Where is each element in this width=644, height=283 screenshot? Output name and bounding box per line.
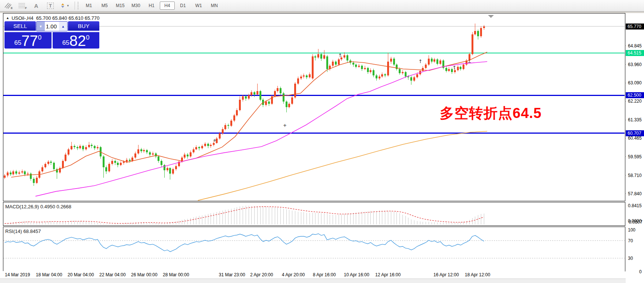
tool-sub-label: E <box>11 6 13 10</box>
mt4-window: E F A T ▼ M1M5M15M30H1H4D1W1MN ++† <box>0 0 644 283</box>
candle-body <box>85 147 87 149</box>
buy-button[interactable]: BUY <box>68 21 99 31</box>
candle-body <box>460 67 461 69</box>
buy-price-big: 82 <box>69 34 86 48</box>
sell-quote[interactable]: 65 77 0 <box>4 32 52 49</box>
candle-body <box>288 104 290 107</box>
candle-body <box>167 168 168 170</box>
candle-body <box>379 77 380 79</box>
candle-body <box>129 160 131 161</box>
candle-body <box>352 63 354 65</box>
price-tick-label: 63.960 <box>628 62 642 68</box>
price-badge: 60.707 <box>626 130 644 136</box>
rsi-axis-label: 30 <box>628 256 633 261</box>
time-label: 28 Mar 00:00 <box>163 272 189 277</box>
tf-button-M30[interactable]: M30 <box>128 1 143 10</box>
candle-body <box>381 74 383 77</box>
tf-button-M15[interactable]: M15 <box>113 1 128 10</box>
candle-body <box>158 156 159 161</box>
tf-button-H1[interactable]: H1 <box>144 1 159 10</box>
chart-canvas[interactable]: ++†††⊥ <box>0 13 644 283</box>
tf-button-W1[interactable]: W1 <box>191 1 206 10</box>
chart-title: ▲USOil-,H4 65.700 65.840 65.610 65.770 <box>6 15 100 21</box>
candle-body <box>164 165 165 170</box>
candle-body <box>332 62 334 66</box>
candle-body <box>425 65 427 68</box>
candle-body <box>320 54 322 58</box>
candle-body <box>131 158 133 161</box>
candle-body <box>303 75 305 77</box>
candle-body <box>27 174 29 175</box>
pane-frame <box>3 227 625 271</box>
price-badge: 62.500 <box>626 92 644 98</box>
buy-price-small: 65 <box>62 39 69 47</box>
chart-region[interactable]: ++†††⊥ ▲USOil-,H4 65.700 65.840 65.610 6… <box>0 13 644 283</box>
equidistant-channel-icon[interactable]: E <box>1 1 14 10</box>
candle-body <box>24 171 26 174</box>
volume-up-icon[interactable]: ▲ <box>59 22 67 31</box>
toolbar-grip[interactable] <box>77 1 79 10</box>
arrows-icon[interactable]: ▼ <box>58 1 71 10</box>
time-label: 18 Apr 12:00 <box>465 272 490 277</box>
price-axis[interactable]: 64.84563.96063.09062.22061.33560.46559.5… <box>626 13 644 283</box>
candle-body <box>152 153 154 155</box>
sell-price-small: 65 <box>14 39 21 47</box>
sell-price-sup: 0 <box>38 34 41 41</box>
candle-body <box>251 92 252 95</box>
macd-axis-label: 0.8415 <box>628 203 642 209</box>
tf-button-H4[interactable]: H4 <box>160 1 175 10</box>
tf-button-D1[interactable]: D1 <box>175 1 190 10</box>
candle-body <box>245 96 247 99</box>
candle-body <box>47 162 49 164</box>
candle-body <box>195 147 197 149</box>
candle-body <box>277 88 279 91</box>
sell-button[interactable]: SELL <box>4 21 36 31</box>
buy-quote[interactable]: 65 82 0 <box>53 32 100 49</box>
textbox-icon[interactable]: T <box>44 1 57 10</box>
candle-body <box>436 59 438 63</box>
candle-body <box>227 125 229 126</box>
candle-body <box>207 144 209 146</box>
symbol-label: USOil-,H4 <box>12 15 34 21</box>
time-axis[interactable]: 14 Mar 201918 Mar 04:0020 Mar 04:0022 Ma… <box>3 271 625 279</box>
candle-body <box>268 102 270 104</box>
candle-body <box>335 62 337 65</box>
candle-body <box>7 172 9 175</box>
candle-body <box>242 96 244 99</box>
candle-body <box>314 56 316 57</box>
price-tick-label: 62.220 <box>628 99 642 104</box>
candle-body <box>472 34 473 55</box>
text-label-icon[interactable]: A <box>30 1 43 10</box>
candle-body <box>448 69 450 71</box>
candle-body <box>402 72 404 73</box>
fibonacci-retracement-icon[interactable]: F <box>16 1 28 10</box>
rsi-axis-label: 100 <box>628 227 635 233</box>
candle-body <box>338 59 340 65</box>
toolbar-separator <box>75 1 75 10</box>
time-label: 16 Apr 12:00 <box>433 272 459 277</box>
candle-body <box>451 69 453 72</box>
trade-marker: + <box>283 123 287 128</box>
candle-body <box>193 149 195 152</box>
candle-body <box>259 91 261 100</box>
candle-body <box>433 59 435 62</box>
tf-button-M5[interactable]: M5 <box>97 1 112 10</box>
candle-body <box>399 69 401 73</box>
volume-input[interactable]: 1.00 <box>45 22 59 31</box>
tf-button-MN[interactable]: MN <box>207 1 222 10</box>
volume-down-icon[interactable]: ▼ <box>37 22 45 31</box>
trade-marker: † <box>419 59 421 64</box>
collapse-arrow-icon[interactable]: ▲ <box>6 16 9 20</box>
candle-body <box>210 145 212 146</box>
candle-body <box>74 146 75 147</box>
dropdown-caret-icon[interactable]: ▼ <box>66 4 69 7</box>
candle-body <box>94 146 96 148</box>
candle-body <box>256 91 258 94</box>
candle-body <box>373 70 374 75</box>
candle-body <box>236 110 238 115</box>
candle-body <box>190 152 192 156</box>
candle-body <box>103 156 105 167</box>
candle-body <box>390 59 392 62</box>
tf-button-M1[interactable]: M1 <box>81 1 96 10</box>
candle-body <box>422 68 424 71</box>
